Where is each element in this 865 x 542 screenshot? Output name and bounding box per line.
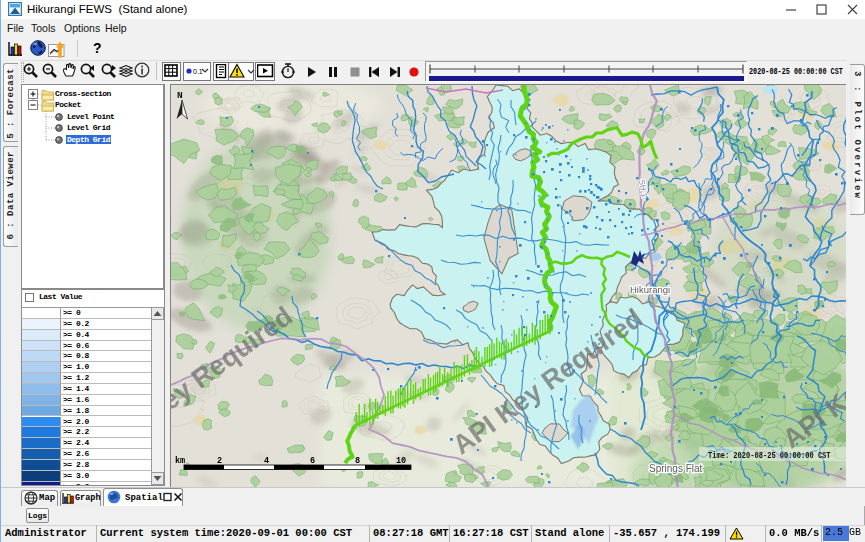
svg-text:2: 2 [217, 456, 222, 466]
svg-text:0.1: 0.1 [193, 68, 203, 75]
svg-text:4: 4 [264, 456, 269, 466]
svg-text:N: N [177, 90, 183, 101]
svg-text:6: 6 [310, 456, 315, 466]
svg-text:Time: 2020-08-25 00:00:00 CST: Time: 2020-08-25 00:00:00 CST [708, 450, 831, 460]
svg-text:km: km [175, 456, 185, 466]
svg-text:10: 10 [396, 456, 406, 466]
svg-text:Hikurangi: Hikurangi [630, 284, 670, 295]
svg-text:Springs Flat: Springs Flat [649, 463, 703, 474]
svg-text:8: 8 [355, 456, 360, 466]
